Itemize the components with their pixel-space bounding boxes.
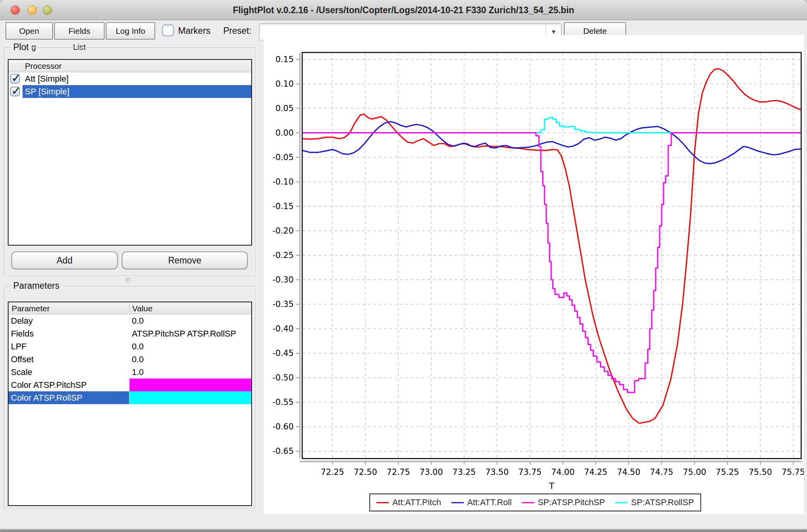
legend-line-icon [451, 502, 464, 503]
legend-line-icon [376, 502, 389, 503]
log-info-button[interactable]: Log Info [106, 22, 155, 40]
parameters-group-title: Parameters [11, 281, 62, 291]
checkmark-icon: ✓ [11, 84, 21, 98]
y-tick-label: -0.50 [273, 373, 294, 382]
processor-column-header[interactable]: Processor [25, 60, 62, 72]
window-bottom-edge [0, 529, 807, 532]
x-tick-label: 72.75 [387, 467, 410, 477]
checkmark-icon: ✓ [11, 71, 21, 85]
parameter-value-cell[interactable]: 0.0 [130, 353, 251, 366]
parameter-row[interactable]: Color ATSP.RollSP [9, 391, 251, 404]
x-tick-label: 73.75 [518, 467, 542, 477]
row-checkbox[interactable]: ✓ [10, 87, 20, 96]
add-button[interactable]: Add [11, 251, 118, 269]
x-tick-label: 74.50 [617, 467, 640, 477]
parameter-value-cell[interactable]: 1.0 [130, 366, 251, 379]
chart-canvas[interactable]: 0.150.100.050.00-0.05-0.10-0.15-0.20-0.2… [264, 35, 804, 514]
y-tick-label: 0.00 [275, 128, 294, 138]
legend-label: Att:ATT.Roll [467, 497, 512, 508]
legend-label: SP:ATSP.RollSP [631, 497, 694, 508]
plot-group-title: Plot [11, 42, 32, 52]
processor-row-label[interactable]: Att [Simple] [23, 72, 251, 85]
parameter-column-header[interactable]: Parameter [12, 302, 50, 315]
splitter-handle[interactable] [126, 278, 131, 283]
x-tick-label: 75.50 [749, 467, 772, 477]
remove-button[interactable]: Remove [122, 251, 248, 269]
x-tick-label: 73.50 [485, 467, 509, 477]
parameter-value-cell[interactable]: 0.0 [130, 314, 251, 327]
processor-row[interactable]: ✓Att [Simple] [9, 72, 251, 85]
x-tick-label: 75.00 [683, 467, 706, 477]
y-tick-label: -0.60 [273, 422, 294, 431]
processor-row[interactable]: ✓SP [Simple] [9, 85, 251, 98]
parameters-table[interactable]: Parameter Value Delay0.0FieldsATSP.Pitch… [8, 302, 252, 506]
legend-item: Att:ATT.Pitch [376, 497, 441, 508]
color-swatch[interactable] [130, 391, 251, 404]
y-tick-label: -0.35 [273, 300, 294, 309]
parameter-name-cell[interactable]: LPF [9, 340, 129, 353]
x-tick-label: 72.25 [321, 467, 344, 477]
x-tick-label: 74.25 [584, 467, 607, 477]
y-tick-label: -0.55 [273, 398, 294, 407]
parameter-name-cell[interactable]: Color ATSP.PitchSP [9, 379, 129, 391]
processor-row-label[interactable]: SP [Simple] [23, 85, 251, 98]
parameters-table-header: Parameter Value [9, 302, 251, 314]
legend-line-icon [615, 502, 628, 503]
y-tick-label: 0.10 [275, 79, 294, 89]
parameter-name-cell[interactable]: Fields [9, 327, 129, 340]
x-tick-label: 75.25 [716, 467, 739, 477]
y-tick-label: 0.15 [275, 55, 294, 64]
parameter-value-cell[interactable]: ATSP.PitchSP ATSP.RollSP [130, 327, 251, 340]
chart-panel: 0.150.100.050.00-0.05-0.10-0.15-0.20-0.2… [264, 35, 804, 514]
x-tick-label: 74.75 [650, 467, 673, 477]
y-tick-label: -0.40 [273, 324, 294, 333]
x-tick-label: 75.75 [782, 467, 804, 477]
parameter-row[interactable]: Offset0.0 [9, 353, 251, 366]
color-swatch[interactable] [130, 379, 251, 391]
open-log-button[interactable]: Open Log [5, 22, 53, 40]
parameter-row[interactable]: Color ATSP.PitchSP [9, 379, 251, 391]
parameter-name-cell[interactable]: Color ATSP.RollSP [9, 391, 129, 404]
parameter-name-cell[interactable]: Scale [9, 366, 129, 379]
chart-legend: Att:ATT.PitchAtt:ATT.RollSP:ATSP.PitchSP… [369, 494, 701, 511]
x-tick-label: 74.00 [551, 467, 574, 477]
y-tick-label: 0.05 [275, 104, 294, 113]
legend-label: SP:ATSP.PitchSP [538, 497, 605, 508]
x-tick-label: 73.25 [452, 467, 476, 477]
window-title: FlightPlot v.0.2.16 - /Users/ton/Copter/… [0, 0, 807, 20]
parameter-value-cell[interactable]: 0.0 [130, 340, 251, 353]
y-tick-label: -0.05 [273, 153, 294, 162]
fields-list-button[interactable]: Fields List [54, 22, 105, 40]
parameter-row[interactable]: Delay0.0 [9, 314, 251, 327]
y-tick-label: -0.45 [273, 349, 294, 358]
legend-item: Att:ATT.Roll [451, 497, 512, 508]
y-tick-label: -0.15 [273, 202, 294, 211]
y-tick-label: -0.65 [273, 447, 294, 456]
legend-label: Att:ATT.Pitch [392, 497, 441, 508]
preset-label: Preset: [223, 22, 252, 40]
legend-item: SP:ATSP.PitchSP [522, 497, 605, 508]
legend-line-icon [522, 502, 534, 503]
y-tick-label: -0.30 [273, 275, 294, 284]
markers-checkbox[interactable] [162, 24, 174, 36]
parameter-name-cell[interactable]: Offset [9, 353, 129, 366]
processor-table[interactable]: Processor ✓Att [Simple]✓SP [Simple] [8, 59, 252, 246]
x-tick-label: 73.00 [420, 467, 443, 477]
markers-label: Markers [178, 22, 210, 40]
x-axis-label: T [549, 481, 555, 491]
parameter-row[interactable]: FieldsATSP.PitchSP ATSP.RollSP [9, 327, 251, 340]
y-tick-label: -0.10 [273, 177, 294, 187]
value-column-header[interactable]: Value [132, 302, 152, 315]
processor-table-header: Processor [9, 60, 251, 72]
app-window: FlightPlot v.0.2.16 - /Users/ton/Copter/… [0, 0, 807, 532]
parameter-name-cell[interactable]: Delay [9, 314, 129, 327]
y-tick-label: -0.20 [273, 226, 294, 235]
parameter-row[interactable]: Scale1.0 [9, 366, 251, 379]
parameter-row[interactable]: LPF0.0 [9, 340, 251, 353]
x-tick-label: 72.50 [354, 467, 377, 477]
y-tick-label: -0.25 [273, 251, 294, 260]
legend-item: SP:ATSP.RollSP [615, 497, 694, 508]
title-bar[interactable]: FlightPlot v.0.2.16 - /Users/ton/Copter/… [0, 0, 807, 20]
row-checkbox[interactable]: ✓ [10, 74, 20, 84]
